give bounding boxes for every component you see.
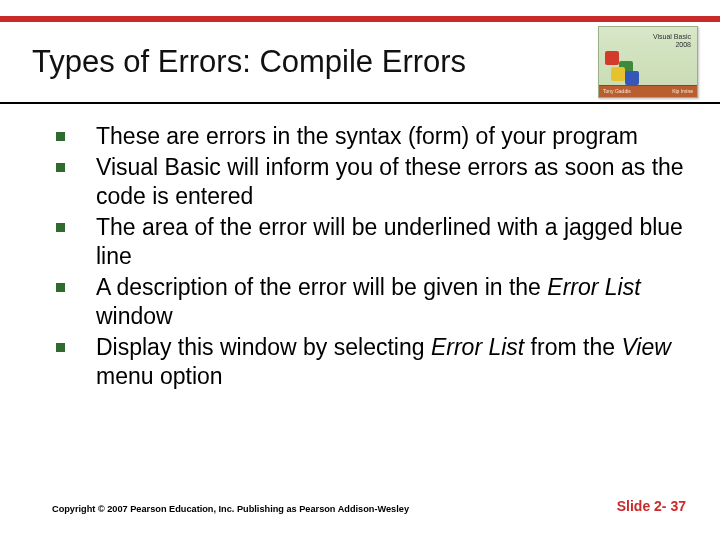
- slide-number: Slide 2- 37: [617, 498, 686, 514]
- bullet-text-italic: Error List: [431, 334, 524, 360]
- list-item: Display this window by selecting Error L…: [52, 333, 686, 391]
- slide-title: Types of Errors: Compile Errors: [32, 44, 466, 80]
- content-area: These are errors in the syntax (form) of…: [52, 122, 686, 393]
- bullet-text-italic2: View: [621, 334, 670, 360]
- book-author2: Kip Irvine: [672, 88, 693, 95]
- square-bullet-icon: [56, 132, 65, 141]
- book-line1: Visual Basic: [653, 33, 691, 41]
- square-bullet-icon: [56, 343, 65, 352]
- bullet-text-post: menu option: [96, 363, 223, 389]
- list-item: The area of the error will be underlined…: [52, 213, 686, 271]
- square-bullet-icon: [56, 163, 65, 172]
- accent-bar: [0, 16, 720, 22]
- book-author-bar: Tony Gaddis Kip Irvine: [599, 85, 697, 97]
- bullet-text-pre: A description of the error will be given…: [96, 274, 547, 300]
- square-bullet-icon: [56, 223, 65, 232]
- bullet-text: Visual Basic will inform you of these er…: [96, 154, 684, 209]
- book-cover-image: Visual Basic 2008 Tony Gaddis Kip Irvine: [598, 26, 698, 98]
- bullet-text-mid: window: [96, 303, 173, 329]
- bullet-text-pre: Display this window by selecting: [96, 334, 431, 360]
- bullet-text-mid: from the: [524, 334, 621, 360]
- slide: Visual Basic 2008 Tony Gaddis Kip Irvine…: [0, 0, 720, 540]
- bullet-text: These are errors in the syntax (form) of…: [96, 123, 638, 149]
- book-line2: 2008: [653, 41, 691, 49]
- bullet-list: These are errors in the syntax (form) of…: [52, 122, 686, 391]
- footer: Copyright © 2007 Pearson Education, Inc.…: [52, 498, 686, 514]
- lego-icon: [605, 43, 645, 83]
- square-bullet-icon: [56, 283, 65, 292]
- copyright-text: Copyright © 2007 Pearson Education, Inc.…: [52, 504, 409, 514]
- list-item: Visual Basic will inform you of these er…: [52, 153, 686, 211]
- bullet-text: The area of the error will be underlined…: [96, 214, 683, 269]
- book-title-text: Visual Basic 2008: [653, 33, 691, 48]
- bullet-text-italic: Error List: [547, 274, 640, 300]
- list-item: These are errors in the syntax (form) of…: [52, 122, 686, 151]
- book-author1: Tony Gaddis: [603, 88, 631, 95]
- list-item: A description of the error will be given…: [52, 273, 686, 331]
- title-underline: [0, 102, 720, 104]
